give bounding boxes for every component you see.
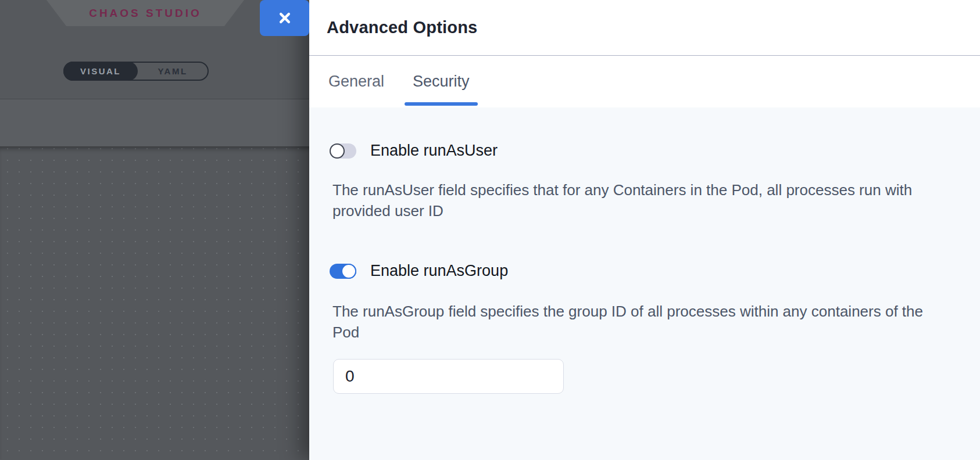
yaml-tab[interactable]: YAML <box>138 63 208 80</box>
security-tab-panel: Enable runAsUser The runAsUser field spe… <box>309 107 980 460</box>
run-as-group-label: Enable runAsGroup <box>370 262 508 280</box>
run-as-user-field: Enable runAsUser The runAsUser field spe… <box>330 143 957 221</box>
advanced-options-drawer: Advanced Options General Security Enable… <box>309 0 980 460</box>
canvas-toolbar <box>0 99 309 146</box>
toggle-knob <box>341 264 356 279</box>
view-mode-toggle: VISUAL YAML <box>63 62 209 81</box>
drawer-header: Advanced Options <box>309 0 980 56</box>
chaos-studio-screen: CHAOS STUDIO VISUAL YAML Advanced Option… <box>0 0 980 460</box>
run-as-user-description: The runAsUser field specifies that for a… <box>332 179 940 221</box>
run-as-group-value-input[interactable] <box>333 359 564 394</box>
toggle-knob <box>330 143 345 159</box>
workspace-backdrop: CHAOS STUDIO VISUAL YAML <box>0 0 309 460</box>
run-as-group-field: Enable runAsGroup The runAsGroup field s… <box>330 263 957 394</box>
drawer-close-button[interactable] <box>260 0 309 36</box>
dotted-canvas <box>0 146 309 459</box>
run-as-user-label: Enable runAsUser <box>370 142 498 160</box>
close-icon <box>276 9 294 27</box>
run-as-user-toggle[interactable] <box>330 143 356 159</box>
visual-tab[interactable]: VISUAL <box>63 62 138 81</box>
brand-title: CHAOS STUDIO <box>89 7 202 20</box>
run-as-group-description: The runAsGroup field specifies the group… <box>332 301 940 343</box>
drawer-title: Advanced Options <box>327 18 477 37</box>
brand-banner: CHAOS STUDIO <box>47 0 244 26</box>
drawer-tabs: General Security <box>309 56 980 107</box>
tab-security[interactable]: Security <box>413 56 470 107</box>
run-as-group-toggle[interactable] <box>330 264 356 279</box>
tab-general[interactable]: General <box>328 56 384 107</box>
